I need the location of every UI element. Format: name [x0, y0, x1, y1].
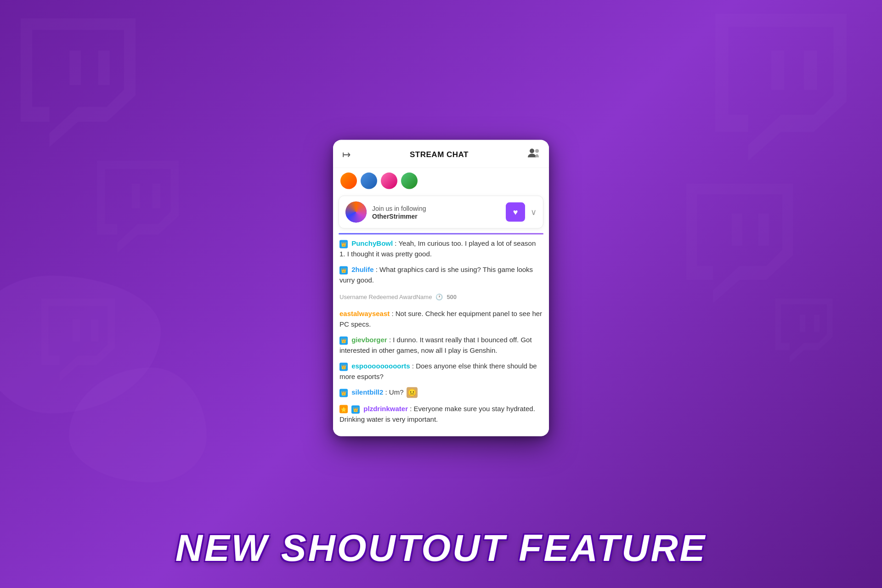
avatar-3 — [381, 173, 397, 189]
twitch-logo-bottom-right — [772, 299, 836, 363]
redeemed-points: 500 — [447, 294, 457, 300]
twitch-logo-top-left — [14, 18, 142, 147]
back-icon[interactable]: ↦ — [342, 149, 351, 161]
twitch-logo-bottom-left — [37, 299, 119, 381]
badge-crown-2 — [339, 266, 348, 274]
username-plzdrinkwater[interactable]: plzdrinkwater — [363, 405, 408, 413]
badge-star-7: ⭐ — [339, 405, 348, 413]
chat-message-gievborger: gievborger : I dunno. It wasnt really th… — [339, 335, 543, 356]
message-text-6: : Um? — [385, 388, 406, 396]
chat-message-plzdrinkwater: ⭐ plzdrinkwater : Everyone make sure you… — [339, 404, 543, 424]
svg-point-1 — [535, 149, 539, 153]
clock-icon: 🕐 — [435, 294, 443, 300]
badge-crown-4 — [339, 336, 348, 345]
badge-crown-7 — [351, 405, 360, 413]
chat-message-2hulife: 2hulife : What graphics card is she usin… — [339, 265, 543, 285]
avatar-4 — [401, 173, 418, 189]
avatar-2 — [361, 173, 377, 189]
svg-point-0 — [530, 149, 534, 153]
shoutout-streamer-name: OtherStrimmer — [372, 213, 500, 220]
chat-message-esports: espooooooooorts : Does anyone else think… — [339, 361, 543, 382]
username-2hulife[interactable]: 2hulife — [351, 266, 373, 273]
badge-crown-5 — [339, 362, 348, 371]
shoutout-expand-chevron[interactable]: ∨ — [531, 207, 537, 217]
twitch-logo-mid-left — [92, 161, 184, 253]
users-icon[interactable] — [528, 148, 540, 161]
twitch-logo-top-right — [707, 14, 854, 161]
chat-message-eastalwayseast: eastalwayseast : Not sure. Check her equ… — [339, 309, 543, 329]
username-silentbill2[interactable]: silentbill2 — [351, 388, 383, 396]
chat-header: ↦ STREAM CHAT — [333, 140, 549, 168]
shoutout-join-label: Join us in following — [372, 204, 500, 212]
chat-message-silentbill2: silentbill2 : Um? 😐 — [339, 387, 543, 398]
avatars-row — [333, 168, 549, 194]
redeemed-text: Username Redeemed AwardName — [339, 294, 432, 300]
username-esports[interactable]: espooooooooorts — [351, 362, 410, 370]
twitch-logo-mid-right — [680, 184, 799, 303]
username-eastalwayseast[interactable]: eastalwayseast — [339, 310, 390, 317]
shoutout-text: Join us in following OtherStrimmer — [372, 204, 500, 220]
shoutout-streamer-avatar — [345, 202, 367, 223]
heart-icon: ♥ — [513, 207, 518, 217]
chat-messages-container: PunchyBowl : Yeah, Im curious too. I pla… — [333, 235, 549, 436]
shoutout-heart-button[interactable]: ♥ — [506, 203, 525, 222]
emote-face: 😐 — [407, 387, 418, 398]
badge-crown-6 — [339, 389, 348, 397]
chat-title: STREAM CHAT — [410, 150, 469, 159]
chat-window: ↦ STREAM CHAT Join us in following Other… — [333, 140, 549, 436]
username-punchybowl[interactable]: PunchyBowl — [351, 239, 393, 247]
shoutout-banner: Join us in following OtherStrimmer ♥ ∨ — [339, 196, 543, 229]
username-gievborger[interactable]: gievborger — [351, 336, 387, 344]
chat-message-punchybowl: PunchyBowl : Yeah, Im curious too. I pla… — [339, 238, 543, 259]
avatar-1 — [340, 173, 357, 189]
badge-crown-1 — [339, 240, 348, 248]
bottom-title: NEW SHOUTOUT FEATURE — [0, 526, 882, 570]
redeemed-row: Username Redeemed AwardName 🕐 500 — [339, 291, 543, 303]
